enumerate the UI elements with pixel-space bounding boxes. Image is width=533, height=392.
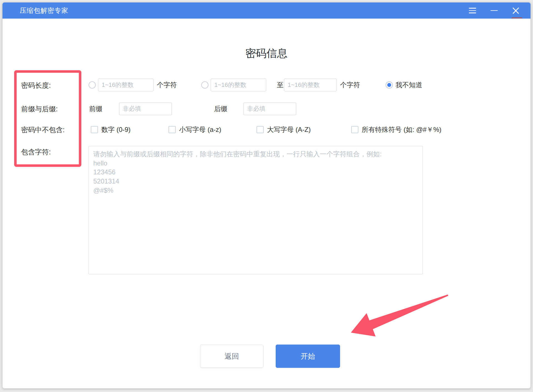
unknown-length-label: 我不知道	[396, 79, 422, 91]
page-title: 密码信息	[2, 46, 531, 61]
exact-length-suffix: 个字符	[157, 79, 177, 91]
range-to-label: 至	[277, 79, 283, 91]
minimize-button[interactable]	[490, 6, 498, 15]
suffix-input[interactable]	[243, 102, 296, 115]
exclude-symbols-label: 所有特殊符号 (如: @#￥%)	[362, 123, 441, 136]
close-button-underline	[512, 17, 522, 18]
prefix-input[interactable]	[119, 102, 172, 115]
red-annotation-arrow	[345, 289, 461, 345]
password-length-label: 密码长度:	[21, 81, 51, 90]
suffix-label: 后缀	[214, 102, 227, 115]
exact-length-radio[interactable]	[89, 81, 96, 89]
exclude-lowercase-checkbox[interactable]	[169, 126, 176, 133]
menu-button[interactable]	[468, 6, 477, 15]
window-controls	[468, 2, 520, 19]
app-title: 压缩包解密专家	[20, 6, 68, 15]
affix-label: 前缀与后缀:	[21, 104, 58, 114]
back-button[interactable]: 返回	[200, 345, 263, 368]
title-bar: 压缩包解密专家	[2, 2, 531, 19]
prefix-label: 前缀	[89, 102, 102, 115]
exclude-label: 密码中不包含:	[21, 125, 65, 134]
close-icon	[512, 7, 519, 14]
app-window: 压缩包解密专家 密码信息 密码长度: 个字符 至 个字符 我不知道 前缀与后缀:…	[2, 2, 531, 389]
range-max-input[interactable]	[284, 79, 337, 91]
exclude-uppercase-checkbox[interactable]	[257, 126, 264, 133]
exclude-symbols-checkbox[interactable]	[351, 126, 358, 133]
range-min-input[interactable]	[211, 79, 266, 91]
exclude-uppercase-label: 大写字母 (A-Z)	[267, 123, 311, 136]
start-button[interactable]: 开始	[276, 345, 340, 368]
exclude-digits-label: 数字 (0-9)	[101, 123, 130, 136]
exact-length-input[interactable]	[98, 79, 154, 91]
minimize-icon	[491, 10, 498, 11]
close-button[interactable]	[512, 6, 520, 15]
include-chars-textarea[interactable]	[89, 146, 423, 274]
exclude-lowercase-label: 小写字母 (a-z)	[179, 123, 221, 136]
range-length-suffix: 个字符	[340, 79, 360, 91]
include-chars-label: 包含字符:	[21, 147, 51, 157]
exclude-digits-checkbox[interactable]	[91, 126, 98, 133]
range-length-radio[interactable]	[201, 81, 208, 89]
hamburger-menu-icon	[469, 8, 476, 13]
unknown-length-radio[interactable]	[386, 81, 393, 89]
